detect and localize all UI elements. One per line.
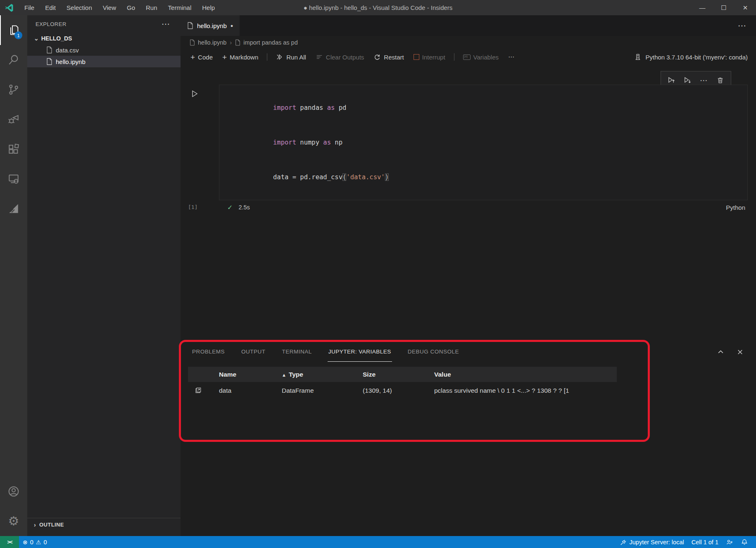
column-type[interactable]: ▲Type — [271, 371, 352, 378]
activity-remote-explorer[interactable] — [0, 164, 27, 194]
success-check-icon: ✓ — [227, 204, 233, 211]
menu-edit[interactable]: Edit — [40, 0, 61, 15]
explorer-badge: 1 — [14, 31, 22, 39]
panel-tab-bar: PROBLEMS OUTPUT TERMINAL JUPYTER: VARIAB… — [181, 342, 756, 362]
run-above-icon[interactable] — [668, 76, 675, 84]
breadcrumb-separator: › — [230, 39, 232, 46]
column-value[interactable]: Value — [426, 371, 617, 378]
activity-bar: 1 — [0, 15, 27, 536]
menu-run[interactable]: Run — [140, 0, 163, 15]
variable-row-data[interactable]: data DataFrame (1309, 14) pclass survive… — [188, 382, 617, 399]
activity-accounts[interactable] — [0, 477, 27, 506]
tab-label: hello.ipynb — [197, 22, 227, 29]
problems-status[interactable]: ⊗ 0 ⚠ 0 — [19, 536, 50, 548]
variable-type: DataFrame — [271, 387, 352, 394]
delete-cell-icon[interactable] — [716, 76, 724, 84]
more-icon: ⋯ — [508, 53, 514, 61]
open-in-data-viewer-icon[interactable] — [194, 387, 202, 394]
outline-section[interactable]: › OUTLINE — [27, 518, 181, 531]
run-cell-button[interactable] — [190, 90, 199, 98]
menu-selection[interactable]: Selection — [61, 0, 97, 15]
plus-icon: + — [190, 53, 195, 61]
activity-run-debug[interactable] — [0, 104, 27, 134]
breadcrumb-cell[interactable]: import pandas as pd — [235, 39, 297, 46]
feedback-button[interactable] — [722, 536, 737, 548]
tab-jupyter-variables[interactable]: JUPYTER: VARIABLES — [328, 342, 392, 362]
run-all-button[interactable]: Run All — [273, 51, 309, 63]
cell-code-editor[interactable]: import pandas as pd import numpy as np d… — [219, 85, 748, 200]
tab-strip: hello.ipynb ● ⋯ — [181, 15, 756, 36]
breadcrumb-file[interactable]: hello.ipynb — [190, 39, 226, 46]
run-below-icon[interactable] — [684, 76, 692, 84]
tab-output[interactable]: OUTPUT — [240, 342, 266, 362]
file-item-hello-ipynb[interactable]: hello.ipynb — [27, 56, 181, 67]
maximize-button[interactable]: ☐ — [713, 0, 735, 15]
gear-icon: ⚙ — [8, 515, 19, 527]
account-icon — [7, 485, 20, 498]
code-line: import numpy as np — [227, 125, 747, 160]
jupyter-server-status[interactable]: Jupyter Server: local — [616, 536, 688, 548]
activity-extensions[interactable] — [0, 134, 27, 164]
extensions-icon — [7, 142, 20, 156]
tab-problems[interactable]: PROBLEMS — [191, 342, 226, 362]
editor-area: hello.ipynb ● ⋯ hello.ipynb › import pan… — [181, 15, 756, 342]
activity-settings[interactable]: ⚙ — [0, 506, 27, 536]
activity-source-control[interactable] — [0, 75, 27, 104]
restart-kernel-button[interactable]: Restart — [370, 51, 407, 63]
folder-name: HELLO_DS — [41, 35, 72, 42]
menu-view[interactable]: View — [97, 0, 121, 15]
add-code-cell-button[interactable]: + Code — [187, 51, 216, 63]
run-debug-icon — [7, 113, 20, 126]
notifications-button[interactable] — [737, 536, 752, 548]
kernel-picker[interactable]: Python 3.7.10 64-bit ('myenv': conda) — [634, 53, 748, 61]
play-icon — [190, 90, 199, 98]
file-icon — [46, 46, 52, 54]
toolbar-more-button[interactable]: ⋯ — [505, 51, 518, 63]
explorer-sidebar: EXPLORER ⋯ ⌄ HELLO_DS data.csv hello.ipy… — [27, 15, 181, 536]
plus-icon: + — [222, 53, 227, 61]
tab-hello-ipynb[interactable]: hello.ipynb ● — [181, 15, 240, 36]
cell-more-icon[interactable]: ⋯ — [700, 76, 708, 85]
activity-custom-extension[interactable] — [0, 194, 27, 223]
file-name: hello.ipynb — [56, 58, 86, 65]
code-line: import pandas as pd — [227, 90, 747, 125]
cell-language-picker[interactable]: Python — [726, 204, 748, 211]
search-icon — [7, 53, 20, 66]
dirty-indicator-icon[interactable]: ● — [231, 23, 233, 28]
remote-indicator[interactable]: >< — [0, 536, 19, 548]
menu-help[interactable]: Help — [197, 0, 220, 15]
sort-ascending-icon: ▲ — [282, 372, 286, 377]
restart-icon — [373, 53, 381, 61]
close-button[interactable]: ✕ — [735, 0, 756, 15]
activity-search[interactable] — [0, 45, 27, 75]
column-name[interactable]: Name — [208, 371, 271, 378]
editor-actions-more-icon[interactable]: ⋯ — [738, 15, 746, 36]
variables-table-header: Name ▲Type Size Value — [188, 367, 617, 382]
variables-table: Name ▲Type Size Value data DataFrame (13… — [188, 367, 617, 399]
tab-debug-console[interactable]: DEBUG CONSOLE — [407, 342, 460, 362]
file-item-data-csv[interactable]: data.csv — [27, 44, 181, 56]
column-size[interactable]: Size — [352, 371, 426, 378]
add-markdown-cell-button[interactable]: + Markdown — [219, 51, 262, 63]
activity-explorer[interactable]: 1 — [0, 15, 27, 45]
variable-name: data — [208, 387, 271, 394]
menu-terminal[interactable]: Terminal — [163, 0, 197, 15]
cell-position-status[interactable]: Cell 1 of 1 — [688, 536, 722, 548]
folder-section-hello-ds[interactable]: ⌄ HELLO_DS — [27, 33, 181, 44]
minimize-button[interactable]: — — [692, 0, 713, 15]
warning-count: 0 — [43, 539, 47, 546]
tab-terminal[interactable]: TERMINAL — [281, 342, 313, 362]
menu-file[interactable]: File — [19, 0, 40, 15]
close-panel-icon[interactable] — [737, 349, 744, 356]
file-icon — [46, 58, 52, 65]
interrupt-kernel-button[interactable]: Interrupt — [410, 51, 449, 63]
maximize-panel-icon[interactable] — [717, 349, 724, 356]
source-control-icon — [7, 83, 20, 96]
menu-go[interactable]: Go — [121, 0, 140, 15]
clear-outputs-button[interactable]: Clear Outputs — [312, 51, 368, 63]
sidebar-title: EXPLORER — [36, 21, 67, 27]
kernel-icon — [634, 53, 642, 61]
explorer-more-icon[interactable]: ⋯ — [162, 19, 171, 29]
variables-button[interactable]: Variables — [460, 51, 502, 63]
error-icon: ⊗ — [23, 539, 28, 546]
